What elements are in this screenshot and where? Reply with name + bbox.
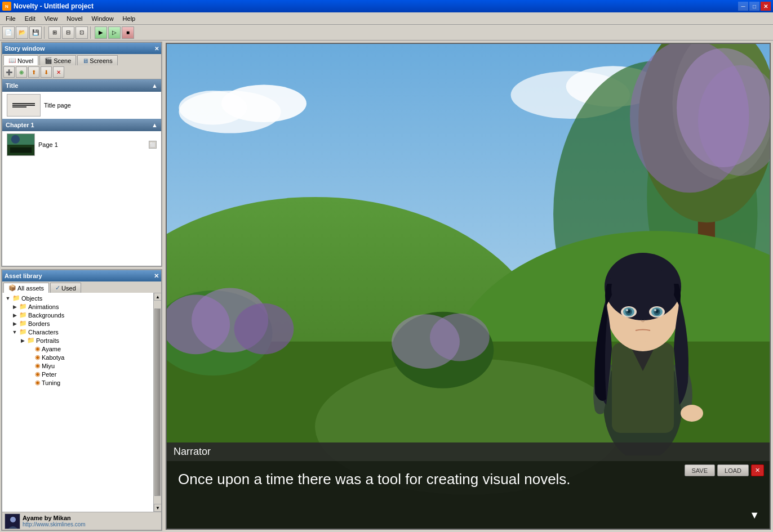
asset-library-titlebar: Asset library ✕ [2,270,161,281]
tree-borders[interactable]: ▶ 📁 Borders [3,319,152,328]
menu-bar: File Edit View Novel Window Help [0,12,773,25]
toolbar-grid[interactable]: ⊞ [48,26,61,39]
asset-status-info: Ayame by Mikan http://www.skimlines.com [23,515,86,527]
toolbar-play[interactable]: ▶ [95,26,107,39]
tree-peter-label: Peter [42,371,56,378]
tree-ayame[interactable]: ◉ Ayame [3,345,152,353]
title-section-expand[interactable]: ▲ [152,82,158,89]
scrollbar-thumb[interactable] [154,309,161,496]
borders-folder-icon: 📁 [19,320,27,327]
objects-expand-icon: ▼ [5,295,11,302]
objects-folder-icon: 📁 [12,294,20,302]
tab-screens[interactable]: 🖥 Screens [77,55,117,65]
tree-characters-label: Characters [28,329,59,336]
close-button[interactable]: ✕ [761,2,771,11]
title-thumb-lines [12,102,35,108]
tree-backgrounds-label: Backgrounds [28,312,64,319]
toolbar-new[interactable]: 📄 [2,26,15,39]
toolbar-stop[interactable]: ■ [122,26,134,39]
title-section-label: Title [6,82,18,89]
tree-kabotya[interactable]: ◉ Kabotya [3,353,152,361]
tree-animations[interactable]: ▶ 📁 Animations [3,302,152,311]
character-sprite [561,180,725,455]
toolbar: 📄 📂 💾 ⊞ ⊟ ⊡ ▶ ▷ ■ [0,25,773,41]
portraits-folder-icon: 📁 [27,337,35,344]
tab-novel[interactable]: 📖 Novel [3,55,38,65]
title-section-header: Title ▲ [2,79,161,92]
toolbar-play2[interactable]: ▷ [108,26,121,39]
dialogue-box[interactable]: SAVE LOAD ✕ Once upon a time there was a… [167,461,770,529]
asset-tabs: 📦 All assets ✓ Used [2,281,161,293]
story-tool-down[interactable]: ⬇ [41,66,52,78]
asset-status-bar: Ayame by Mikan http://www.skimlines.com [2,512,161,530]
narrator-label: Narrator [174,446,211,457]
chapter-expand[interactable]: ▲ [152,122,158,128]
title-bar-controls[interactable]: ─ □ ✕ [738,2,771,11]
tree-ayame-label: Ayame [42,346,61,352]
title-bar-left: N Novelty - Untitled project [2,2,94,11]
toolbar-open[interactable]: 📂 [16,26,28,39]
toolbar-sep2 [90,26,92,39]
menu-window[interactable]: Window [87,14,118,23]
tree-portraits[interactable]: ▶ 📁 Portraits [3,336,152,345]
chapter-header: Chapter 1 ▲ [2,119,161,131]
tab-all-assets[interactable]: 📦 All assets [3,283,49,293]
animations-folder-icon: 📁 [19,303,27,310]
asset-status-url: http://www.skimlines.com [23,521,86,527]
left-panel: Story window ✕ 📖 Novel 🎬 Scene 🖥 Screens [0,41,163,532]
asset-library: Asset library ✕ 📦 All assets ✓ Used ▼ 📁 [1,269,162,531]
minimize-button[interactable]: ─ [738,2,748,11]
dialogue-arrow-icon: ▼ [749,509,759,522]
scrollbar-up[interactable]: ▲ [154,293,161,301]
scrollbar-down[interactable]: ▼ [154,504,161,512]
menu-help[interactable]: Help [118,14,140,23]
title-bar: N Novelty - Untitled project ─ □ ✕ [0,0,773,12]
tuning-expand-icon [27,379,34,386]
menu-file[interactable]: File [1,14,20,23]
menu-view[interactable]: View [40,14,63,23]
asset-library-close[interactable]: ✕ [154,272,159,280]
title-page-item[interactable]: Title page [2,92,161,119]
app-icon: N [2,2,11,11]
svg-point-28 [234,303,294,355]
ayame-expand-icon [27,346,34,352]
tree-tuning[interactable]: ◉ Tuning [3,378,152,387]
story-window-close[interactable]: ✕ [154,46,159,52]
toolbar-layout[interactable]: ⊟ [62,26,74,39]
tuning-icon: ◉ [35,379,41,386]
tab-all-assets-label: All assets [17,285,44,292]
story-tool-up[interactable]: ⬆ [28,66,39,78]
story-tool-add2[interactable]: ⊕ [16,66,27,78]
story-tool-add[interactable]: ➕ [3,66,15,78]
maximize-button[interactable]: □ [749,2,759,11]
toolbar-save[interactable]: 💾 [29,26,42,39]
tab-used[interactable]: ✓ Used [50,283,81,293]
tree-objects[interactable]: ▼ 📁 Objects [3,294,152,302]
preview-area: Narrator SAVE LOAD ✕ Once upon a time th… [163,41,773,532]
tree-miyu[interactable]: ◉ Miyu [3,361,152,370]
asset-tree-scrollbar[interactable]: ▲ ▼ [153,293,161,512]
load-button[interactable]: LOAD [717,464,749,476]
tree-peter[interactable]: ◉ Peter [3,370,152,378]
story-window-titlebar: Story window ✕ [2,43,161,54]
page-item[interactable]: Page 1 ⬜ [2,131,161,158]
story-toolbar: ➕ ⊕ ⬆ ⬇ ✕ [2,65,161,79]
tree-objects-label: Objects [21,295,42,302]
save-button[interactable]: SAVE [685,464,716,476]
svg-point-3 [11,135,20,144]
page-expand-icon[interactable]: ⬜ [149,141,157,149]
dialogue-close-button[interactable]: ✕ [751,464,764,476]
miyu-expand-icon [27,363,34,369]
tree-portraits-label: Portraits [36,337,59,344]
story-tool-delete[interactable]: ✕ [53,66,64,78]
tree-characters[interactable]: ▼ 📁 Characters [3,328,152,336]
title-page-label: Title page [44,102,71,109]
menu-edit[interactable]: Edit [20,14,40,23]
svg-point-46 [654,309,656,311]
tree-backgrounds[interactable]: ▶ 📁 Backgrounds [3,311,152,319]
tree-borders-label: Borders [28,320,50,327]
toolbar-props[interactable]: ⊡ [75,26,88,39]
menu-novel[interactable]: Novel [62,14,87,23]
tab-scene[interactable]: 🎬 Scene [39,55,76,65]
backgrounds-folder-icon: 📁 [19,311,27,319]
